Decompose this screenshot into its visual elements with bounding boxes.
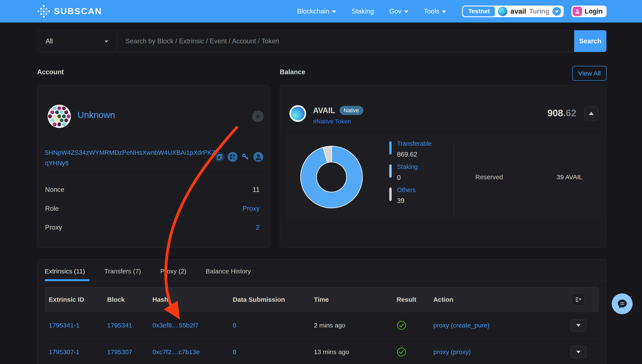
network-switcher: Testnet avail Turing [462, 6, 564, 17]
result-cell [397, 339, 406, 364]
hash-link[interactable]: 0x3ef8....55b2f7 [153, 312, 199, 338]
active-tab-indicator [45, 279, 90, 281]
tab-proxy[interactable]: Proxy (2) [160, 267, 186, 276]
chevron-down-icon [105, 40, 109, 43]
extrinsic-id-link[interactable]: 1795307-1 [49, 339, 80, 364]
role-value-link[interactable]: Proxy [243, 205, 260, 212]
account-display-name[interactable]: Unknown [78, 110, 115, 120]
native-badge: Native [339, 106, 363, 115]
block-link[interactable]: 1795341 [107, 312, 132, 338]
table-header: Extrinsic ID Block Hash Data Submission … [45, 287, 599, 312]
person-icon [253, 152, 263, 162]
chat-bubble-icon [616, 298, 628, 310]
success-check-icon [397, 320, 406, 330]
token-symbol: AVAIL [313, 106, 335, 115]
field-label: Nonce [45, 186, 65, 194]
divider [37, 281, 606, 281]
qr-code-button[interactable] [228, 152, 238, 162]
balance-chart-box: Transferable869.62Staking0Others39 Reser… [286, 134, 601, 220]
key-button[interactable] [241, 152, 250, 162]
view-all-button[interactable]: View All [572, 66, 606, 81]
nav-item-label: Gov [389, 8, 401, 15]
col-result: Result [397, 287, 416, 312]
subscan-logo-icon [37, 5, 51, 18]
tab-balance-history[interactable]: Balance History [206, 267, 251, 276]
nav-item-staking[interactable]: Staking [351, 8, 374, 15]
user-icon [573, 7, 582, 16]
collapse-row-button[interactable] [584, 106, 598, 120]
subscan-logo[interactable]: SUBSCAN [37, 5, 102, 18]
field-label: Role [45, 205, 59, 212]
extrinsic-id-link[interactable]: 1795341-1 [49, 312, 80, 338]
account-section-title: Account [37, 68, 64, 76]
chart-legend: Transferable869.62Staking0Others39 [389, 134, 451, 220]
subscan-account-page: SUBSCAN Blockchain Staking Gov Tools Tes… [0, 0, 642, 364]
hash-link[interactable]: 0xc7f2....c7b13e [153, 339, 200, 364]
proxy-row: Proxy 2 [45, 223, 260, 232]
legend-item-others: Others39 [389, 186, 416, 205]
chevron-up-icon [589, 112, 594, 115]
nav-item-blockchain[interactable]: Blockchain [297, 8, 336, 15]
native-token-tag-link[interactable]: #Native Token [313, 118, 351, 125]
table-row: 1795341-1 1795341 0x3ef8....55b2f7 0 2 m… [45, 312, 599, 339]
chevron-down-icon [332, 10, 336, 13]
reserved-value: 39 AVAIL [556, 174, 582, 181]
tab-transfers[interactable]: Transfers (7) [104, 267, 141, 276]
network-name: Turing [529, 8, 549, 15]
col-extrinsic-id: Extrinsic ID [49, 287, 84, 312]
proxy-value-link[interactable]: 2 [256, 224, 260, 231]
total-decimal: .62 [563, 108, 576, 118]
table-filter-button[interactable] [572, 294, 585, 306]
balance-donut-chart [299, 145, 364, 209]
action-link[interactable]: proxy (create_pure) [433, 312, 489, 338]
chevron-down-icon [576, 351, 580, 353]
legend-value: 869.62 [397, 151, 432, 158]
account-address: 5HNpW4ZS34zWYMRMDzPeNHsXwnbW4UXBAi1pXdrP… [45, 147, 217, 168]
data-submission-link[interactable]: 0 [233, 312, 236, 338]
copy-icon [215, 152, 225, 162]
time-cell: 2 mins ago [314, 312, 345, 338]
chat-support-button[interactable] [612, 294, 632, 314]
network-dropdown-button[interactable] [552, 7, 561, 16]
favorite-star-button[interactable] [252, 110, 264, 122]
expand-row-button[interactable] [570, 346, 586, 358]
expand-row-button[interactable] [570, 319, 586, 332]
login-button[interactable]: Login [571, 6, 606, 17]
search-button[interactable]: Search [574, 30, 606, 52]
data-submission-link[interactable]: 0 [233, 339, 236, 364]
chevron-down-icon [442, 10, 446, 13]
nav-item-label: Staking [351, 8, 374, 15]
account-detail-button[interactable] [253, 152, 263, 162]
copy-address-button[interactable] [215, 152, 225, 162]
legend-item-staking: Staking0 [389, 163, 418, 182]
chevron-down-icon [576, 324, 580, 327]
search-bar: All Search [37, 30, 606, 52]
legend-label: Staking [397, 163, 418, 170]
action-link[interactable]: proxy (proxy) [433, 339, 471, 364]
block-link[interactable]: 1795307 [107, 339, 132, 364]
balance-section-title: Balance [280, 68, 305, 76]
reserved-row: Reserved 39 AVAIL [475, 174, 582, 181]
extrinsics-panel: Extrinsics (11) Transfers (7) Proxy (2) … [37, 259, 606, 364]
total-integer: 908 [547, 108, 563, 118]
time-cell: 13 mins ago [314, 339, 349, 364]
nav-item-tools[interactable]: Tools [424, 8, 446, 15]
account-panel: Unknown 5HNpW4ZS34zWYMRMDzPeNHsXwnbW4UXB… [37, 85, 270, 248]
filter-sort-icon [575, 296, 582, 302]
divider [454, 142, 454, 217]
success-check-icon [397, 347, 406, 357]
nav-item-gov[interactable]: Gov [389, 8, 408, 15]
col-time: Time [314, 287, 329, 312]
result-cell [397, 312, 406, 338]
testnet-button[interactable]: Testnet [463, 6, 495, 16]
legend-label: Others [397, 186, 416, 194]
nav-item-label: Tools [424, 8, 439, 15]
search-input[interactable] [117, 30, 574, 52]
nav-item-label: Blockchain [297, 8, 329, 15]
balance-panel: AVAIL Native #Native Token 908.62 Transf… [280, 85, 606, 248]
avail-token-logo [289, 105, 306, 122]
chain-name: avail [510, 7, 526, 16]
tab-extrinsics[interactable]: Extrinsics (11) [45, 267, 85, 276]
search-filter-select[interactable]: All [37, 30, 117, 52]
qrcode-icon [228, 152, 238, 162]
